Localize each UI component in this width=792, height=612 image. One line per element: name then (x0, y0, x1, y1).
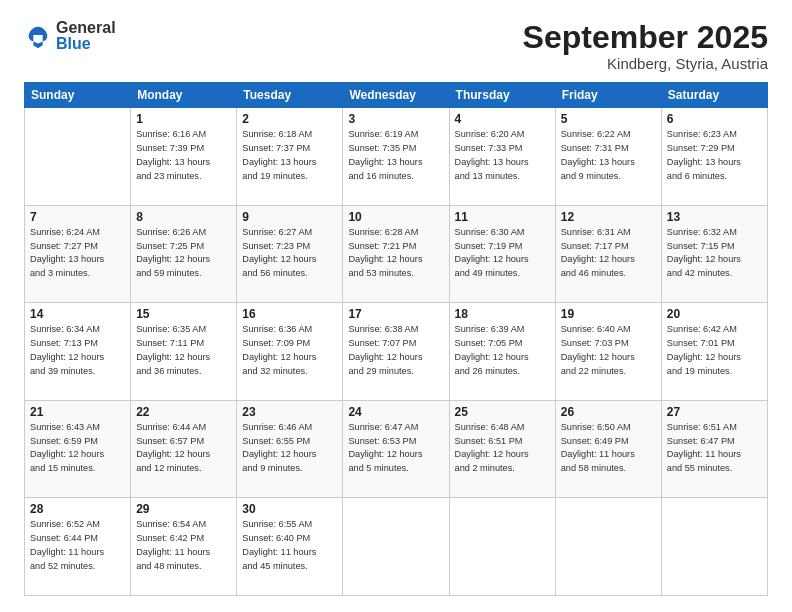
day-info: Sunrise: 6:28 AM Sunset: 7:21 PM Dayligh… (348, 226, 443, 281)
calendar-cell: 28Sunrise: 6:52 AM Sunset: 6:44 PM Dayli… (25, 498, 131, 596)
day-number: 30 (242, 502, 337, 516)
calendar-week-4: 21Sunrise: 6:43 AM Sunset: 6:59 PM Dayli… (25, 400, 768, 498)
day-number: 11 (455, 210, 550, 224)
day-info: Sunrise: 6:31 AM Sunset: 7:17 PM Dayligh… (561, 226, 656, 281)
calendar-cell: 11Sunrise: 6:30 AM Sunset: 7:19 PM Dayli… (449, 205, 555, 303)
calendar-cell: 17Sunrise: 6:38 AM Sunset: 7:07 PM Dayli… (343, 303, 449, 401)
calendar-cell: 24Sunrise: 6:47 AM Sunset: 6:53 PM Dayli… (343, 400, 449, 498)
day-number: 16 (242, 307, 337, 321)
calendar-cell (661, 498, 767, 596)
day-info: Sunrise: 6:35 AM Sunset: 7:11 PM Dayligh… (136, 323, 231, 378)
header-thursday: Thursday (449, 83, 555, 108)
calendar-cell: 4Sunrise: 6:20 AM Sunset: 7:33 PM Daylig… (449, 108, 555, 206)
day-info: Sunrise: 6:18 AM Sunset: 7:37 PM Dayligh… (242, 128, 337, 183)
day-number: 22 (136, 405, 231, 419)
calendar-cell: 25Sunrise: 6:48 AM Sunset: 6:51 PM Dayli… (449, 400, 555, 498)
logo-blue: Blue (56, 36, 116, 52)
day-info: Sunrise: 6:50 AM Sunset: 6:49 PM Dayligh… (561, 421, 656, 476)
calendar-cell: 3Sunrise: 6:19 AM Sunset: 7:35 PM Daylig… (343, 108, 449, 206)
day-info: Sunrise: 6:47 AM Sunset: 6:53 PM Dayligh… (348, 421, 443, 476)
day-number: 7 (30, 210, 125, 224)
header-tuesday: Tuesday (237, 83, 343, 108)
day-number: 15 (136, 307, 231, 321)
calendar-cell: 22Sunrise: 6:44 AM Sunset: 6:57 PM Dayli… (131, 400, 237, 498)
day-info: Sunrise: 6:44 AM Sunset: 6:57 PM Dayligh… (136, 421, 231, 476)
day-info: Sunrise: 6:48 AM Sunset: 6:51 PM Dayligh… (455, 421, 550, 476)
day-number: 8 (136, 210, 231, 224)
day-info: Sunrise: 6:52 AM Sunset: 6:44 PM Dayligh… (30, 518, 125, 573)
day-info: Sunrise: 6:22 AM Sunset: 7:31 PM Dayligh… (561, 128, 656, 183)
day-number: 5 (561, 112, 656, 126)
logo-text: General Blue (56, 20, 116, 52)
calendar-cell: 7Sunrise: 6:24 AM Sunset: 7:27 PM Daylig… (25, 205, 131, 303)
logo-general: General (56, 20, 116, 36)
calendar-cell: 2Sunrise: 6:18 AM Sunset: 7:37 PM Daylig… (237, 108, 343, 206)
day-info: Sunrise: 6:20 AM Sunset: 7:33 PM Dayligh… (455, 128, 550, 183)
calendar-cell (343, 498, 449, 596)
day-info: Sunrise: 6:34 AM Sunset: 7:13 PM Dayligh… (30, 323, 125, 378)
day-number: 10 (348, 210, 443, 224)
calendar-table: Sunday Monday Tuesday Wednesday Thursday… (24, 82, 768, 596)
day-number: 6 (667, 112, 762, 126)
day-number: 17 (348, 307, 443, 321)
day-number: 3 (348, 112, 443, 126)
day-info: Sunrise: 6:16 AM Sunset: 7:39 PM Dayligh… (136, 128, 231, 183)
calendar-cell: 18Sunrise: 6:39 AM Sunset: 7:05 PM Dayli… (449, 303, 555, 401)
day-number: 13 (667, 210, 762, 224)
calendar-cell: 30Sunrise: 6:55 AM Sunset: 6:40 PM Dayli… (237, 498, 343, 596)
day-info: Sunrise: 6:46 AM Sunset: 6:55 PM Dayligh… (242, 421, 337, 476)
title-block: September 2025 Kindberg, Styria, Austria (523, 20, 768, 72)
header-wednesday: Wednesday (343, 83, 449, 108)
calendar-cell: 29Sunrise: 6:54 AM Sunset: 6:42 PM Dayli… (131, 498, 237, 596)
day-info: Sunrise: 6:27 AM Sunset: 7:23 PM Dayligh… (242, 226, 337, 281)
day-number: 25 (455, 405, 550, 419)
day-info: Sunrise: 6:23 AM Sunset: 7:29 PM Dayligh… (667, 128, 762, 183)
header-friday: Friday (555, 83, 661, 108)
day-number: 12 (561, 210, 656, 224)
day-number: 29 (136, 502, 231, 516)
day-info: Sunrise: 6:19 AM Sunset: 7:35 PM Dayligh… (348, 128, 443, 183)
day-number: 27 (667, 405, 762, 419)
day-info: Sunrise: 6:36 AM Sunset: 7:09 PM Dayligh… (242, 323, 337, 378)
calendar-cell: 8Sunrise: 6:26 AM Sunset: 7:25 PM Daylig… (131, 205, 237, 303)
calendar-cell (25, 108, 131, 206)
day-number: 1 (136, 112, 231, 126)
day-number: 14 (30, 307, 125, 321)
day-number: 21 (30, 405, 125, 419)
month-title: September 2025 (523, 20, 768, 55)
calendar-week-5: 28Sunrise: 6:52 AM Sunset: 6:44 PM Dayli… (25, 498, 768, 596)
calendar-cell: 12Sunrise: 6:31 AM Sunset: 7:17 PM Dayli… (555, 205, 661, 303)
calendar-cell: 1Sunrise: 6:16 AM Sunset: 7:39 PM Daylig… (131, 108, 237, 206)
calendar-cell: 15Sunrise: 6:35 AM Sunset: 7:11 PM Dayli… (131, 303, 237, 401)
calendar-cell (449, 498, 555, 596)
logo-icon (24, 22, 52, 50)
day-info: Sunrise: 6:26 AM Sunset: 7:25 PM Dayligh… (136, 226, 231, 281)
calendar-cell: 27Sunrise: 6:51 AM Sunset: 6:47 PM Dayli… (661, 400, 767, 498)
day-number: 2 (242, 112, 337, 126)
day-number: 23 (242, 405, 337, 419)
day-number: 20 (667, 307, 762, 321)
calendar-week-2: 7Sunrise: 6:24 AM Sunset: 7:27 PM Daylig… (25, 205, 768, 303)
header-sunday: Sunday (25, 83, 131, 108)
day-number: 26 (561, 405, 656, 419)
calendar-cell: 13Sunrise: 6:32 AM Sunset: 7:15 PM Dayli… (661, 205, 767, 303)
logo: General Blue (24, 20, 116, 52)
calendar-cell: 26Sunrise: 6:50 AM Sunset: 6:49 PM Dayli… (555, 400, 661, 498)
header-saturday: Saturday (661, 83, 767, 108)
calendar-cell: 23Sunrise: 6:46 AM Sunset: 6:55 PM Dayli… (237, 400, 343, 498)
day-info: Sunrise: 6:30 AM Sunset: 7:19 PM Dayligh… (455, 226, 550, 281)
day-info: Sunrise: 6:40 AM Sunset: 7:03 PM Dayligh… (561, 323, 656, 378)
day-number: 19 (561, 307, 656, 321)
day-number: 18 (455, 307, 550, 321)
day-info: Sunrise: 6:43 AM Sunset: 6:59 PM Dayligh… (30, 421, 125, 476)
calendar-week-1: 1Sunrise: 6:16 AM Sunset: 7:39 PM Daylig… (25, 108, 768, 206)
day-number: 4 (455, 112, 550, 126)
calendar-header-row: Sunday Monday Tuesday Wednesday Thursday… (25, 83, 768, 108)
calendar-cell: 9Sunrise: 6:27 AM Sunset: 7:23 PM Daylig… (237, 205, 343, 303)
day-number: 9 (242, 210, 337, 224)
day-info: Sunrise: 6:51 AM Sunset: 6:47 PM Dayligh… (667, 421, 762, 476)
calendar-cell: 16Sunrise: 6:36 AM Sunset: 7:09 PM Dayli… (237, 303, 343, 401)
calendar-cell: 21Sunrise: 6:43 AM Sunset: 6:59 PM Dayli… (25, 400, 131, 498)
calendar-cell: 14Sunrise: 6:34 AM Sunset: 7:13 PM Dayli… (25, 303, 131, 401)
calendar-cell: 6Sunrise: 6:23 AM Sunset: 7:29 PM Daylig… (661, 108, 767, 206)
